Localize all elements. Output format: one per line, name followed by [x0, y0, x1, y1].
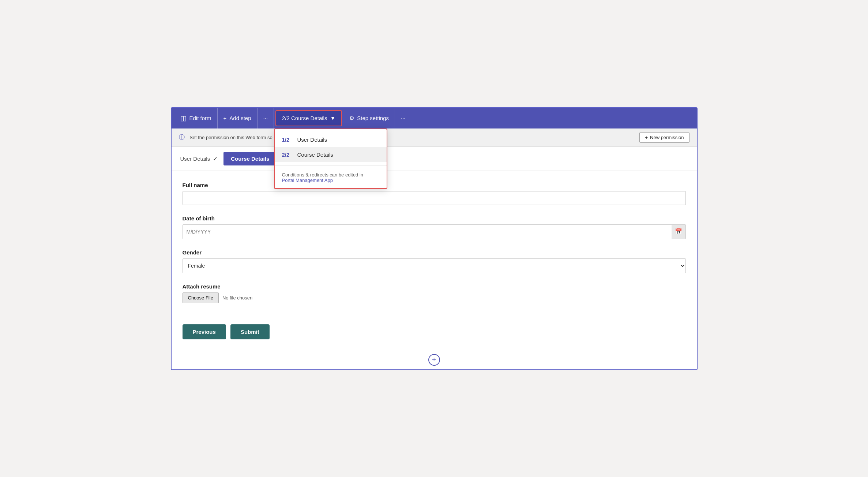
toolbar-right-more-button[interactable]: ··· [395, 108, 412, 128]
gender-select[interactable]: Female Male Other Prefer not to say [183, 258, 686, 273]
calendar-button[interactable]: 📅 [672, 225, 685, 239]
form-footer: Previous Submit [172, 317, 697, 350]
step-settings-button[interactable]: ⚙ Step settings [343, 108, 395, 128]
add-step-button[interactable]: + Add step [218, 108, 258, 128]
no-file-text: No file chosen [222, 295, 252, 301]
step-selector-button[interactable]: 2/2 Course Details ▼ [275, 110, 342, 126]
bottom-plus-area: + [172, 350, 697, 369]
file-input-row: Choose File No file chosen [183, 292, 686, 303]
dropdown-step-1[interactable]: 1/2 User Details [275, 132, 387, 147]
previous-button[interactable]: Previous [183, 324, 226, 339]
gear-icon: ⚙ [349, 115, 354, 122]
permission-bar: ⓘ Set the permission on this Web form so… [172, 128, 697, 147]
edit-form-icon: ◫ [180, 114, 187, 122]
step-user-details[interactable]: User Details ✓ [180, 155, 218, 162]
dropdown-divider [275, 165, 387, 165]
attach-resume-field: Attach resume Choose File No file chosen [183, 283, 686, 303]
portal-management-link[interactable]: Portal Management App [282, 178, 333, 183]
add-section-button[interactable]: + [428, 354, 440, 366]
dob-input-wrapper: 📅 [183, 224, 686, 239]
dropdown-step-2[interactable]: 2/2 Course Details [275, 147, 387, 162]
attach-resume-label: Attach resume [183, 283, 686, 290]
submit-button[interactable]: Submit [230, 324, 270, 339]
steps-nav: User Details ✓ Course Details [172, 147, 697, 171]
toolbar-more-button[interactable]: ··· [258, 108, 274, 128]
form-editor-wrapper: ◫ Edit form + Add step ··· 2/2 Course De… [171, 107, 698, 370]
check-icon: ✓ [213, 155, 218, 162]
gender-field: Gender Female Male Other Prefer not to s… [183, 249, 686, 273]
form-content: Full name Date of birth 📅 Gender Female … [172, 171, 697, 317]
dob-field: Date of birth 📅 [183, 215, 686, 239]
dob-label: Date of birth [183, 215, 686, 221]
full-name-input[interactable] [183, 191, 686, 205]
chevron-down-icon: ▼ [330, 115, 335, 121]
info-icon: ⓘ [179, 134, 185, 140]
step-course-details[interactable]: Course Details [223, 152, 277, 165]
dob-input[interactable] [183, 225, 672, 239]
full-name-field: Full name [183, 182, 686, 205]
choose-file-button[interactable]: Choose File [183, 292, 219, 303]
step-dropdown: 1/2 User Details 2/2 Course Details Cond… [274, 128, 387, 189]
full-name-label: Full name [183, 182, 686, 188]
gender-label: Gender [183, 249, 686, 256]
new-permission-button[interactable]: + New permission [639, 132, 689, 143]
toolbar: ◫ Edit form + Add step ··· 2/2 Course De… [172, 108, 697, 128]
plus-icon: + [645, 135, 648, 140]
edit-form-button[interactable]: ◫ Edit form [174, 108, 218, 128]
dropdown-footer: Conditions & redirects can be edited in … [275, 168, 387, 185]
add-step-icon: + [223, 115, 227, 121]
